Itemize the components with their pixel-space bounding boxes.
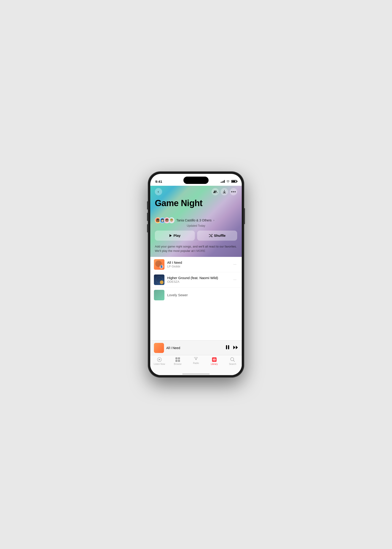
playlist-description: Add your game night songs, and we'll all… <box>155 244 237 253</box>
mini-player-title: All I Need <box>166 346 224 350</box>
tab-label-search: Search <box>229 363 236 365</box>
song-info-3: Lovely Sewer <box>167 293 238 297</box>
play-icon <box>169 234 172 237</box>
collaborators-button[interactable] <box>211 188 219 195</box>
tab-browse[interactable]: Browse <box>168 357 187 365</box>
tab-label-library: Library <box>211 363 218 365</box>
song-item[interactable]: 👤 All I Need LP Giobbi ··· <box>150 257 242 272</box>
tab-label-browse: Browse <box>174 363 181 365</box>
tab-listen-now[interactable]: Listen Now <box>150 357 168 365</box>
status-icons <box>221 180 237 183</box>
phone-screen: 9:41 ‹ <box>150 174 242 375</box>
nav-bar: ‹ <box>155 188 237 195</box>
description-text: Add your game night songs, and we'll all… <box>155 245 237 253</box>
song-item[interactable]: Higher Ground (feat. Naomi Wild) ODESZA … <box>150 272 242 288</box>
song-info-2: Higher Ground (feat. Naomi Wild) ODESZA <box>167 276 229 283</box>
svg-rect-5 <box>175 357 177 359</box>
tab-radio[interactable]: Radio <box>187 357 205 364</box>
more-options-button[interactable]: ••• <box>230 188 237 195</box>
status-time: 9:41 <box>155 180 162 183</box>
home-bar <box>182 373 210 374</box>
playlist-title: Game Night <box>155 198 237 208</box>
dynamic-island <box>183 176 209 184</box>
listen-now-icon <box>157 357 162 362</box>
browse-icon <box>175 357 180 362</box>
song-info-1: All I Need LP Giobbi <box>167 260 229 268</box>
play-button[interactable]: Play <box>155 231 195 241</box>
download-icon <box>223 190 226 194</box>
tab-label-listen-now: Listen Now <box>154 363 165 365</box>
artwork-deco-1: 👤 <box>154 259 164 270</box>
avatar: 👦🏼 <box>168 217 175 223</box>
fast-forward-icon <box>233 345 238 350</box>
more-link[interactable]: MORE <box>196 249 205 253</box>
library-icon <box>212 357 217 362</box>
wifi-icon <box>226 180 230 183</box>
song-more-button-2[interactable]: ··· <box>232 277 238 283</box>
pause-icon <box>226 345 230 350</box>
svg-rect-8 <box>178 360 180 362</box>
svg-rect-3 <box>228 345 229 349</box>
play-shuffle-row: Play Shuffle <box>155 231 237 241</box>
shuffle-button[interactable]: Shuffle <box>197 231 237 241</box>
download-button[interactable] <box>221 188 228 195</box>
radio-icon <box>193 357 199 361</box>
pause-button[interactable] <box>226 345 230 351</box>
song-artist-1: LP Giobbi <box>167 265 229 268</box>
mini-player-controls <box>226 345 238 351</box>
song-title-3: Lovely Sewer <box>167 293 238 297</box>
people-icon <box>213 190 217 193</box>
collaborator-name: Tania Castillo & 3 Others <box>176 218 211 222</box>
mini-player-artwork <box>154 343 164 353</box>
tab-label-radio: Radio <box>193 362 199 364</box>
tab-search[interactable]: Search <box>224 357 242 365</box>
home-indicator <box>150 374 242 375</box>
song-artwork-3 <box>154 290 164 300</box>
play-label: Play <box>174 233 181 238</box>
signal-bars-icon <box>221 180 225 183</box>
shuffle-label: Shuffle <box>214 233 226 238</box>
collaborators-row[interactable]: 👩🏾 👩🏻 🧑🏽 👦🏼 Tania Castillo & 3 Others › <box>155 217 237 223</box>
ellipsis-icon: ••• <box>231 190 236 194</box>
song-title-2: Higher Ground (feat. Naomi Wild) <box>167 276 229 280</box>
mini-player[interactable]: All I Need <box>150 340 242 355</box>
song-artwork-1: 👤 <box>154 259 164 270</box>
song-title-1: All I Need <box>167 260 229 264</box>
svg-rect-7 <box>175 360 177 362</box>
song-artwork-2 <box>154 274 164 285</box>
tab-bar: Listen Now Browse Radio <box>150 355 242 374</box>
svg-rect-6 <box>178 357 180 359</box>
song-more-button-1[interactable]: ··· <box>232 261 238 268</box>
updated-text: Updated Today <box>155 224 237 227</box>
search-icon <box>230 357 235 362</box>
song-item[interactable]: Lovely Sewer <box>150 288 242 303</box>
svg-rect-2 <box>226 345 227 349</box>
phone-frame: 9:41 ‹ <box>148 172 244 377</box>
song-artist-2: ODESZA <box>167 280 229 283</box>
battery-icon <box>231 180 237 183</box>
shuffle-icon <box>209 234 212 237</box>
nav-actions: ••• <box>211 188 237 195</box>
back-button[interactable]: ‹ <box>155 188 162 195</box>
hero-section: ‹ <box>150 186 242 257</box>
collaborators-chevron-icon: › <box>213 219 214 222</box>
tab-library[interactable]: Library <box>205 357 224 365</box>
avatar-stack: 👩🏾 👩🏻 🧑🏽 👦🏼 <box>155 217 175 223</box>
forward-button[interactable] <box>233 345 238 351</box>
back-chevron-icon: ‹ <box>158 190 159 194</box>
song-list: 👤 All I Need LP Giobbi ··· <box>150 257 242 340</box>
